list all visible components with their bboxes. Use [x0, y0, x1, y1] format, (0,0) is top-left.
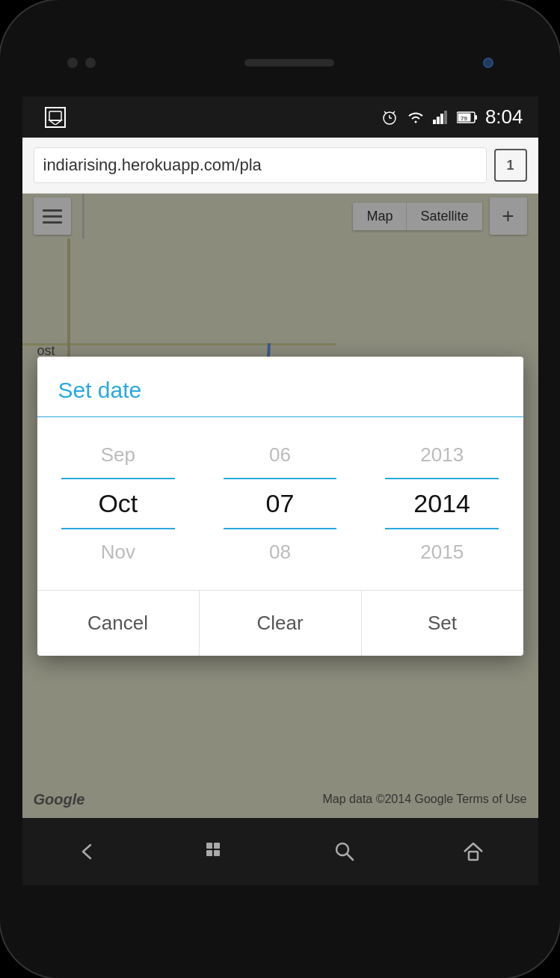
tab-count: 1: [506, 158, 514, 173]
date-picker[interactable]: Sep 06 2013: [37, 417, 523, 590]
set-button[interactable]: Set: [362, 591, 523, 656]
back-icon: [74, 839, 99, 864]
dialog-buttons: Cancel Clear Set: [37, 590, 523, 656]
picker-day-above-item[interactable]: 06: [199, 432, 361, 478]
home-grid-icon: [203, 839, 228, 864]
cancel-button[interactable]: Cancel: [37, 591, 200, 656]
picker-month-above-item[interactable]: Sep: [37, 432, 200, 478]
home-button[interactable]: [451, 829, 496, 874]
screen: 79 8:04 indiarising.herokuapp.com/pla 1: [22, 96, 538, 885]
url-bar[interactable]: indiarising.herokuapp.com/pla: [34, 147, 487, 183]
svg-rect-8: [437, 117, 440, 124]
picker-month-selected: Oct: [37, 478, 200, 529]
picker-month-selected-item[interactable]: Oct: [37, 478, 200, 529]
picker-day-below-item[interactable]: 08: [199, 529, 361, 575]
svg-rect-15: [206, 843, 212, 849]
svg-line-20: [347, 854, 353, 860]
picker-day-selected: 07: [199, 478, 361, 529]
picker-year-below: 2015: [361, 529, 523, 575]
phone-bottom-bar: [22, 885, 538, 949]
map-area: Map Satellite + ost ft R: [22, 194, 538, 818]
picker-month-above: Sep: [37, 432, 200, 478]
back-button[interactable]: [64, 829, 109, 874]
tab-count-button[interactable]: 1: [494, 149, 527, 182]
phone-dots: [67, 58, 96, 68]
picker-year-below-item[interactable]: 2015: [361, 529, 523, 575]
search-button[interactable]: [322, 829, 367, 874]
svg-rect-9: [440, 114, 443, 124]
notification-icon: [45, 107, 66, 128]
browser-bar: indiarising.herokuapp.com/pla 1: [22, 138, 538, 194]
picker-day-selected-item[interactable]: 07: [199, 478, 361, 529]
svg-rect-16: [214, 843, 220, 849]
svg-rect-18: [214, 850, 220, 856]
phone-speaker: [244, 59, 334, 67]
status-bar: 79 8:04: [22, 96, 538, 138]
svg-rect-12: [475, 115, 477, 120]
phone-dot: [85, 58, 96, 68]
picker-day-below: 08: [199, 529, 361, 575]
dialog-title: Set date: [37, 357, 523, 417]
svg-rect-21: [469, 852, 478, 860]
url-text: indiarising.herokuapp.com/pla: [43, 156, 262, 175]
svg-marker-1: [49, 120, 61, 125]
svg-text:79: 79: [461, 115, 467, 122]
phone-device: 79 8:04 indiarising.herokuapp.com/pla 1: [0, 0, 560, 978]
picker-month-below: Nov: [37, 529, 200, 575]
picker-year-selected: 2014: [361, 478, 523, 529]
svg-line-6: [393, 111, 395, 114]
status-time: 8:04: [485, 105, 523, 129]
svg-rect-7: [433, 120, 436, 124]
picker-year-selected-item[interactable]: 2014: [361, 478, 523, 529]
wifi-icon: [406, 110, 425, 125]
picker-row-below: Nov 08 2015: [37, 529, 523, 575]
battery-icon: 79: [457, 111, 478, 123]
picker-day-above: 06: [199, 432, 361, 478]
search-icon: [332, 839, 357, 864]
picker-year-above-item[interactable]: 2013: [361, 432, 523, 478]
picker-month-below-item[interactable]: Nov: [37, 529, 200, 575]
dialog-overlay: Set date Sep 06: [22, 194, 538, 818]
phone-camera: [483, 58, 493, 68]
picker-row-selected: Oct 07 2014: [37, 478, 523, 529]
picker-row-above: Sep 06 2013: [37, 432, 523, 478]
status-right: 79 8:04: [381, 105, 523, 129]
phone-inner: 79 8:04 indiarising.herokuapp.com/pla 1: [22, 29, 538, 949]
alarm-icon: [381, 108, 399, 126]
date-picker-dialog: Set date Sep 06: [37, 357, 523, 656]
phone-dot: [67, 58, 78, 68]
clear-button[interactable]: Clear: [200, 591, 362, 656]
svg-line-5: [384, 111, 387, 114]
svg-rect-17: [206, 850, 212, 856]
status-left: [45, 107, 66, 128]
picker-year-above: 2013: [361, 432, 523, 478]
phone-top-bar: [22, 29, 538, 96]
nav-bar: [22, 818, 538, 885]
svg-rect-0: [49, 111, 61, 120]
signal-icon: [433, 111, 449, 124]
home-grid-button[interactable]: [193, 829, 238, 874]
house-icon: [461, 839, 486, 864]
svg-rect-10: [444, 111, 447, 124]
